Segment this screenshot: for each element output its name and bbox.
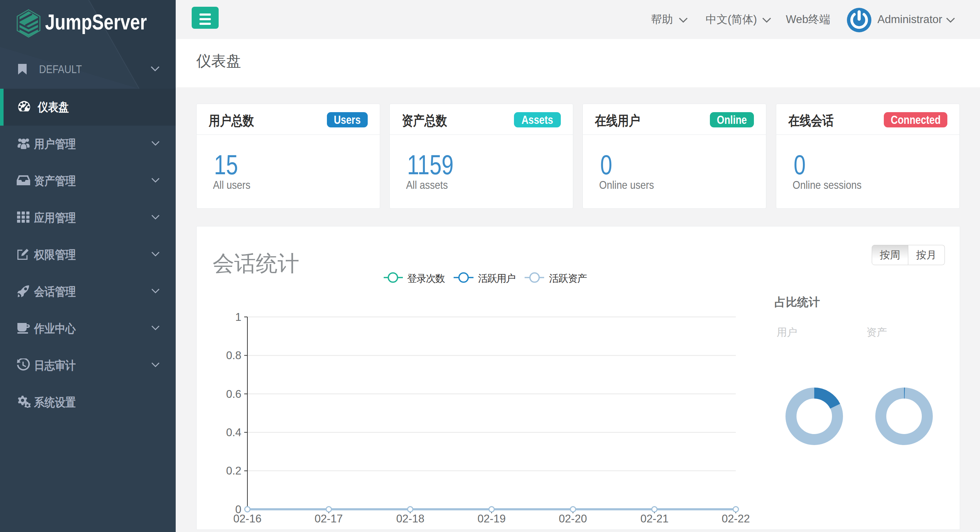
svg-text:02-22: 02-22 — [722, 513, 749, 525]
svg-text:02-18: 02-18 — [396, 513, 424, 525]
svg-text:02-19: 02-19 — [477, 513, 506, 525]
svg-text:活跃资产: 活跃资产 — [549, 273, 587, 284]
svg-text:0.4: 0.4 — [226, 426, 241, 439]
svg-text:02-17: 02-17 — [315, 513, 342, 525]
svg-text:02-16: 02-16 — [233, 513, 261, 525]
svg-text:0.8: 0.8 — [226, 349, 241, 362]
svg-text:活跃用户: 活跃用户 — [478, 273, 516, 284]
svg-text:02-21: 02-21 — [640, 513, 668, 525]
svg-text:0.2: 0.2 — [226, 465, 241, 477]
svg-text:02-20: 02-20 — [559, 513, 587, 525]
svg-text:登录次数: 登录次数 — [407, 273, 445, 284]
svg-text:0.6: 0.6 — [226, 388, 241, 400]
svg-text:1: 1 — [235, 311, 241, 323]
